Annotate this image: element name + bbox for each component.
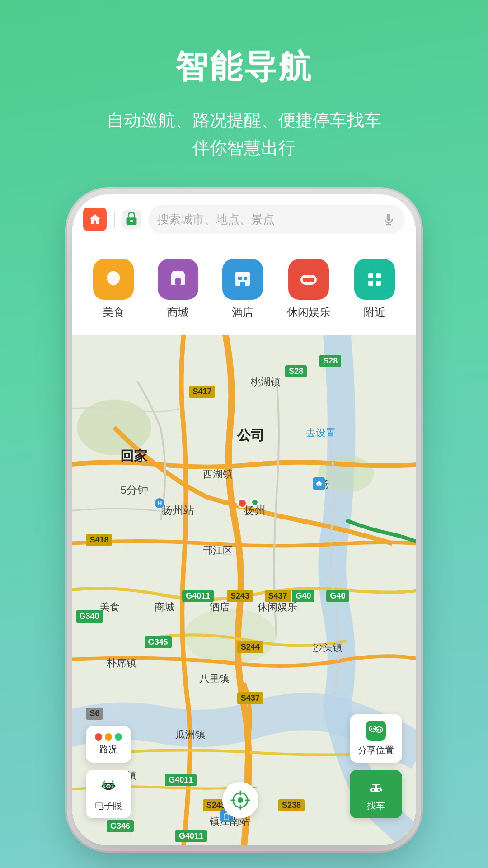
map-label-gosettings[interactable]: 去设置	[306, 426, 336, 440]
svg-point-15	[310, 278, 314, 282]
road-g40a: G40	[292, 590, 314, 602]
share-button[interactable]: 分享位置	[350, 714, 402, 763]
category-mall[interactable]: 商城	[158, 259, 198, 320]
category-hotel[interactable]: 酒店	[222, 259, 263, 320]
svg-rect-43	[377, 785, 380, 788]
svg-point-30	[238, 797, 243, 803]
svg-rect-9	[235, 272, 250, 276]
yangzhou-station-marker: H	[155, 498, 164, 508]
svg-rect-12	[240, 282, 245, 286]
hero-title: 智能导航	[0, 0, 488, 89]
svg-point-39	[373, 728, 375, 730]
traffic-button[interactable]: 路况	[86, 726, 131, 763]
svg-rect-5	[110, 277, 117, 278]
leisure-label: 休闲娱乐	[287, 305, 330, 320]
road-s418: S418	[86, 534, 112, 546]
home-button[interactable]	[83, 208, 107, 231]
lock-icon[interactable]	[122, 210, 141, 229]
traffic-dot-yellow	[105, 733, 112, 741]
road-g4011c: G4011	[175, 830, 207, 842]
search-placeholder-text: 搜索城市、地点、景点	[157, 212, 377, 227]
phone-wrapper: 搜索城市、地点、景点	[72, 194, 416, 845]
svg-rect-19	[368, 273, 373, 278]
map-label-puxizhen: 朴席镇	[107, 656, 136, 670]
phone-screen: 搜索城市、地点、景点	[72, 194, 416, 845]
svg-point-2	[130, 220, 133, 222]
phone-frame: 搜索城市、地点、景点	[72, 194, 416, 845]
hero-subtitle: 自动巡航、路况提醒、便捷停车找车伴你智慧出行	[0, 107, 488, 162]
map-label-company[interactable]: 公司	[237, 426, 264, 445]
food-label: 美食	[103, 305, 124, 320]
svg-point-17	[303, 275, 305, 278]
map-label-hotel2[interactable]: 酒店	[210, 600, 230, 614]
yangzhou-marker	[237, 498, 247, 508]
share-label: 分享位置	[358, 744, 394, 756]
category-leisure[interactable]: 休闲娱乐	[287, 259, 330, 320]
svg-rect-21	[368, 281, 373, 286]
svg-rect-10	[238, 277, 242, 280]
map-label-xihuzhen: 西湖镇	[203, 467, 233, 481]
map-label-balzhen: 八里镇	[199, 672, 229, 685]
svg-point-28	[107, 785, 110, 788]
category-row: 美食 商城	[72, 244, 416, 335]
svg-point-14	[303, 278, 307, 282]
svg-rect-11	[244, 277, 247, 280]
map-label-yangzhoust: 扬州站	[162, 503, 194, 518]
bottom-controls: 路况 电子眼	[72, 714, 416, 818]
road-g346: G346	[107, 820, 134, 832]
traffic-label: 路况	[99, 743, 117, 755]
category-food[interactable]: 美食	[93, 259, 134, 320]
divider	[114, 211, 115, 227]
road-s437b: S437	[237, 692, 263, 704]
mall-label: 商城	[167, 305, 189, 320]
road-g345: G345	[145, 636, 172, 648]
electronic-eye-button[interactable]: 电子眼	[86, 770, 131, 818]
category-nearby[interactable]: 附近	[354, 259, 395, 320]
search-bar[interactable]: 搜索城市、地点、景点	[148, 205, 405, 234]
traffic-dot-green	[115, 733, 122, 741]
svg-rect-16	[307, 278, 310, 282]
road-g4011a: G4011	[182, 590, 214, 602]
electronic-eye-icon	[99, 776, 118, 796]
map-label-mall2[interactable]: 商城	[155, 600, 174, 614]
map-label-shayezhen: 沙头镇	[313, 641, 343, 655]
road-s243a: S243	[227, 590, 253, 602]
svg-rect-20	[376, 273, 381, 278]
svg-rect-7	[175, 278, 181, 285]
road-g340: G340	[76, 610, 103, 623]
left-controls: 路况 电子眼	[86, 726, 131, 818]
road-s28b: S28	[285, 365, 307, 377]
right-controls: 分享位置 找车	[350, 714, 402, 818]
map-label-5min: 5分钟	[120, 483, 148, 497]
road-s244: S244	[237, 641, 263, 653]
green-dot	[251, 498, 259, 506]
road-s28a: S28	[319, 355, 341, 367]
electronic-eye-label: 电子眼	[95, 800, 122, 812]
svg-point-45	[378, 788, 380, 791]
hotel-label: 酒店	[232, 305, 253, 320]
map-label-leisure2[interactable]: 休闲娱乐	[258, 600, 297, 614]
svg-point-18	[312, 275, 314, 278]
yangzhou-home-icon	[313, 477, 325, 490]
road-s417: S417	[189, 386, 215, 398]
road-s437a: S437	[265, 590, 291, 602]
nearby-label: 附近	[364, 305, 385, 320]
map-label-hanjiangqu: 邗江区	[203, 544, 233, 557]
svg-rect-22	[376, 281, 381, 286]
traffic-dot-red	[95, 733, 102, 741]
road-g40b: G40	[326, 590, 349, 602]
find-car-button[interactable]: 找车	[350, 770, 402, 818]
map-label-taohuzhen: 桃湖镇	[251, 375, 281, 389]
map-label-home[interactable]: 回家	[120, 447, 147, 466]
svg-point-38	[371, 728, 372, 730]
svg-point-40	[377, 729, 379, 731]
hero-section: 智能导航 自动巡航、路况提醒、便捷停车找车伴你智慧出行	[0, 0, 488, 162]
svg-point-44	[371, 788, 374, 791]
svg-rect-42	[371, 785, 375, 788]
location-button[interactable]	[222, 782, 258, 818]
wechat-icon	[366, 721, 386, 741]
svg-point-41	[380, 729, 381, 731]
map-area: 桃湖镇 公司 去设置 回家 5分钟 西湖镇 扬州站 扬州 邗江区 美食 商城 酒…	[72, 335, 416, 845]
car-icon	[366, 776, 386, 796]
mic-icon[interactable]	[381, 212, 396, 226]
